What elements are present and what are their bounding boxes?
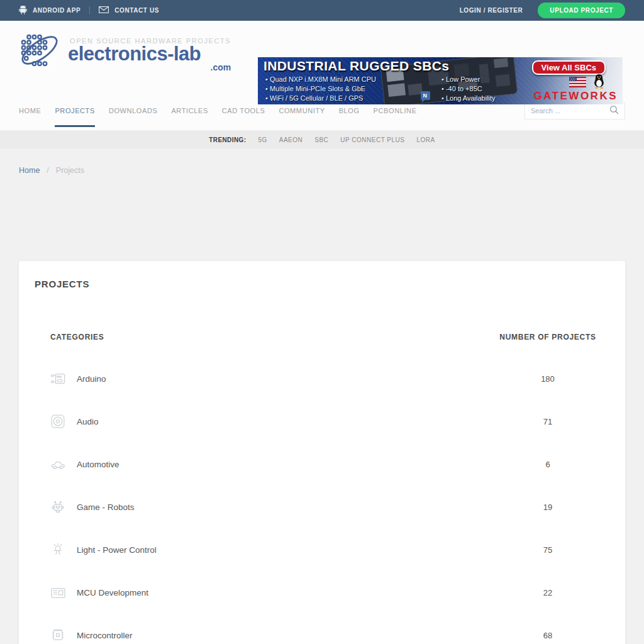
search-input[interactable] [531,107,609,114]
linux-penguin-icon [593,74,605,91]
category-count: 19 [491,502,604,512]
android-icon [19,5,27,16]
category-count: 6 [491,460,604,469]
trending-item-lora[interactable]: LORA [417,136,435,143]
nav-item-blog[interactable]: BLOG [339,107,360,114]
trending-bar: TRENDING: 5G AAEON SBC UP CONNECT PLUS L… [0,131,644,148]
page-title: PROJECTS [35,279,625,289]
breadcrumb: Home / Projects [19,166,644,175]
site-logo[interactable]: OPEN SOURCE HARDWARE PROJECTS electronic… [18,31,231,72]
envelope-icon [99,6,109,14]
banner-ad[interactable]: INDUSTRIAL RUGGED SBCs Quad NXP i.MX8M M… [258,57,623,104]
nav-item-projects[interactable]: PROJECTS [55,107,94,114]
count-column-header: NUMBER OF PROJECTS [491,333,604,341]
category-row-automotive[interactable]: Automotive 6 [19,443,625,486]
contact-us-label: CONTACT US [114,7,159,14]
projects-card: PROJECTS CATEGORIES NUMBER OF PROJECTS A… [19,261,625,644]
category-label: Game - Robots [77,502,491,512]
logo-mark-icon [18,31,62,72]
nav-items: HOME PROJECTS DOWNLOADS ARTICLES CAD TOO… [19,107,417,114]
categories-column-header: CATEGORIES [50,333,491,341]
upload-project-button[interactable]: UPLOAD PROJECT [538,3,625,18]
android-app-label: ANDROID APP [33,7,80,14]
breadcrumb-current: Projects [56,166,84,175]
banner-bullets-left: Quad NXP i.MX8M Mini ARM CPU Multiple Mi… [265,75,376,103]
register-link[interactable]: REGISTER [487,7,523,14]
mcu-board-icon [50,584,67,601]
banner-title: INDUSTRIAL RUGGED SBCs [264,58,449,74]
category-count: 68 [491,631,604,640]
breadcrumb-separator: / [47,166,48,175]
android-app-link[interactable]: ANDROID APP [19,5,80,16]
category-row-mcu-development[interactable]: MCU Development 22 [19,571,625,614]
category-label: MCU Development [77,588,491,597]
banner-bullet: Quad NXP i.MX8M Mini ARM CPU [265,75,376,84]
trending-item-aaeon[interactable]: AAEON [279,136,303,143]
trending-item-5g[interactable]: 5G [258,136,267,143]
logo-text: OPEN SOURCE HARDWARE PROJECTS electronic… [68,31,231,72]
nav-item-articles[interactable]: ARTICLES [171,107,208,114]
category-label: Arduino [77,374,491,384]
arduino-board-icon [50,370,67,387]
search-box[interactable] [525,103,625,119]
category-row-microcontroller[interactable]: Microcontroller 68 [19,614,625,644]
banner-bullet: WiFi / 5G Cellular / BLE / GPS [265,94,376,103]
nav-item-pcbonline[interactable]: PCBONLINE N [374,107,417,114]
login-register-links[interactable]: LOGIN / REGISTER [460,7,523,14]
nav-item-pcbonline-label: PCBONLINE [374,107,417,114]
search-icon[interactable] [609,105,619,117]
robot-icon [50,499,67,515]
banner-bullet: Low Power [441,75,496,84]
nav-item-home[interactable]: HOME [19,107,41,114]
gateworks-brand: GATEWORKS [533,90,618,103]
category-label: Microcontroller [77,631,491,640]
usa-flag-icon [569,77,586,90]
banner-bullets-right: Low Power -40 to +85C Long Availability [441,75,496,103]
nav-item-downloads[interactable]: DOWNLOADS [109,107,158,114]
category-row-game-robots[interactable]: Game - Robots 19 [19,486,625,528]
contact-us-link[interactable]: CONTACT US [99,6,159,14]
topbar-right: LOGIN / REGISTER UPLOAD PROJECT [460,3,625,18]
nav-item-cad-tools[interactable]: CAD TOOLS [222,107,265,114]
view-all-sbcs-button[interactable]: View All SBCs [532,60,606,75]
category-count: 180 [491,374,604,384]
trending-item-up-connect-plus[interactable]: UP CONNECT PLUS [340,136,404,143]
breadcrumb-home-link[interactable]: Home [19,166,40,175]
category-label: Light - Power Control [77,545,491,555]
category-label: Automotive [77,460,491,469]
new-badge: N [421,91,430,100]
trending-item-sbc[interactable]: SBC [314,136,328,143]
site-header: OPEN SOURCE HARDWARE PROJECTS electronic… [0,21,644,91]
led-icon [50,541,67,558]
brand-name: electronics-lab [68,45,231,64]
category-count: 22 [491,588,604,597]
topbar-divider [89,6,90,14]
car-icon [50,456,67,472]
category-label: Audio [77,417,491,426]
banner-bullet: -40 to +85C [441,84,496,94]
category-rows: Arduino 180 Audio 71 [19,357,625,644]
banner-bullet: Long Availability [441,94,496,103]
topbar: ANDROID APP CONTACT US LOGIN / REGISTER … [0,0,644,21]
category-count: 75 [491,545,604,555]
topbar-left: ANDROID APP CONTACT US [19,5,159,16]
category-row-arduino[interactable]: Arduino 180 [19,357,625,400]
trending-label: TRENDING: [209,136,246,143]
banner-bullet: Multiple Mini-PCIe Slots & GbE [265,84,376,94]
speaker-icon [50,413,67,430]
table-header: CATEGORIES NUMBER OF PROJECTS [19,333,625,341]
login-link[interactable]: LOGIN / [460,7,486,14]
category-row-audio[interactable]: Audio 71 [19,400,625,443]
chip-icon [50,627,67,643]
nav-item-community[interactable]: COMMUNITY [279,107,325,114]
category-row-light-power-control[interactable]: Light - Power Control 75 [19,528,625,571]
category-count: 71 [491,417,604,426]
